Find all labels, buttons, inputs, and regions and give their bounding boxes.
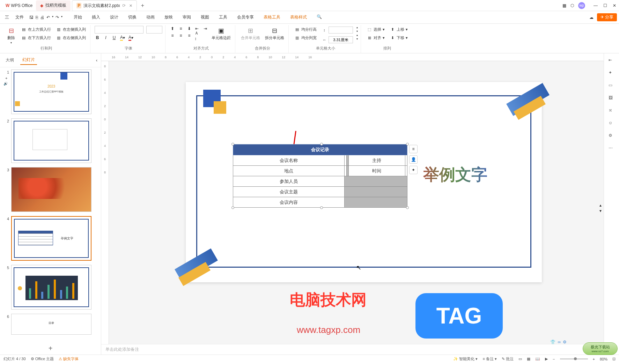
menu-view[interactable]: 视图: [196, 12, 214, 22]
tab-close[interactable]: ✕: [129, 3, 132, 8]
menu-transition[interactable]: 切换: [123, 12, 141, 22]
infinity-icon[interactable]: ∞: [558, 340, 561, 344]
merge-cells[interactable]: ⊞ 合并单元格: [240, 26, 261, 42]
user-avatar[interactable]: wp: [578, 2, 585, 9]
align-bottom[interactable]: ⬇: [186, 26, 192, 31]
thumbnail[interactable]: [11, 118, 91, 163]
zoom-slider[interactable]: [560, 358, 588, 359]
slide-counter[interactable]: 幻灯片 4 / 30: [3, 356, 26, 362]
tshirt-icon[interactable]: 👕: [550, 340, 555, 344]
add-slide-button[interactable]: +: [0, 342, 101, 355]
cell[interactable]: [344, 187, 407, 197]
cube-icon[interactable]: ⬡: [570, 3, 574, 8]
thumb-3[interactable]: 3: [3, 167, 97, 212]
meeting-table[interactable]: 会议记录 会议名称 主持 地点: [233, 144, 407, 208]
undo-icon[interactable]: ↶: [46, 15, 50, 20]
thumbnail[interactable]: 2023 工作总结汇报PPT模板: [11, 69, 91, 114]
collapse-panel[interactable]: ‹: [96, 58, 97, 63]
nav-down[interactable]: ▾: [599, 208, 602, 213]
thumb-5[interactable]: 5: [3, 265, 97, 310]
beautify-button[interactable]: ✨ 智能美化 ▾: [453, 356, 478, 362]
menu-slideshow[interactable]: 放映: [160, 12, 178, 22]
grid-icon[interactable]: ▦: [562, 3, 566, 8]
slide-canvas[interactable]: 会议记录 会议名称 主持 地点: [186, 82, 542, 282]
menu-tools[interactable]: 工具: [214, 12, 232, 22]
expand-icon[interactable]: ⇤: [609, 58, 615, 64]
layers-icon[interactable]: ≡: [409, 145, 418, 153]
file-menu[interactable]: 文件: [13, 13, 27, 22]
cell-label[interactable]: 会议主题: [233, 187, 345, 197]
move-down[interactable]: ⬇下移▾: [388, 34, 409, 41]
nav-up[interactable]: ▴: [599, 203, 602, 208]
cloud-icon[interactable]: ☁: [589, 15, 594, 20]
hamburger-menu[interactable]: 三: [2, 13, 12, 22]
thumbnail[interactable]: [11, 265, 91, 310]
align-middle[interactable]: ≡: [178, 26, 184, 31]
comments-toggle[interactable]: ✎ 批注: [502, 356, 514, 362]
magic-icon[interactable]: ✦: [409, 166, 418, 174]
missing-font[interactable]: ⚠ 缺失字体: [59, 356, 79, 362]
undo-dropdown-icon[interactable]: ▾: [52, 15, 53, 20]
menu-table-tools[interactable]: 表格工具: [259, 12, 285, 22]
spinner-up[interactable]: ▴: [356, 34, 358, 37]
col-width[interactable]: ↔: [320, 36, 354, 44]
close-button[interactable]: ✕: [613, 3, 616, 8]
row-height[interactable]: ↕: [320, 26, 354, 34]
resize-handle[interactable]: [320, 143, 323, 146]
cell-label[interactable]: 会议名称: [233, 155, 345, 166]
save-icon[interactable]: 🖫: [29, 15, 34, 20]
menu-start[interactable]: 开始: [69, 12, 87, 22]
menu-review[interactable]: 审阅: [178, 12, 196, 22]
person-icon[interactable]: 👤: [409, 155, 418, 164]
thumb-4[interactable]: 4 举例文字: [3, 216, 97, 261]
align-top[interactable]: ⬆: [170, 26, 175, 31]
thumbnail[interactable]: 举例文字: [11, 216, 91, 261]
zoom-in[interactable]: +: [593, 357, 595, 361]
gradient-text[interactable]: 举例文字: [423, 164, 487, 186]
table-title[interactable]: 会议记录: [233, 144, 407, 155]
thumbnail[interactable]: 目录: [11, 314, 91, 335]
tab-sync-icon[interactable]: ⟳: [122, 3, 126, 8]
insert-row-below[interactable]: ▤在下方插入行: [20, 34, 52, 41]
menu-design[interactable]: 设计: [105, 12, 123, 22]
notes-pane[interactable]: 单击此处添加备注: [101, 344, 604, 355]
gear-icon[interactable]: ⚙: [563, 340, 567, 344]
star-icon[interactable]: ✦: [609, 70, 615, 76]
shuffle-icon[interactable]: ⤭: [609, 108, 615, 114]
italic-button[interactable]: I: [103, 35, 109, 40]
highlight-button[interactable]: A▾: [120, 35, 125, 40]
share-button[interactable]: ✈ 分享: [597, 13, 617, 21]
notes-toggle[interactable]: ≡ 备注 ▾: [482, 356, 497, 362]
print-icon[interactable]: ⎘: [36, 15, 38, 20]
font-color-button[interactable]: A▾: [128, 35, 134, 40]
spinner-up[interactable]: ▴: [356, 26, 358, 29]
indent-increase[interactable]: ⇥: [202, 26, 208, 31]
underline-button[interactable]: U: [111, 35, 117, 40]
tab-outline[interactable]: 大纲: [3, 56, 16, 65]
menu-animation[interactable]: 动画: [141, 12, 160, 22]
font-family-combo[interactable]: [95, 26, 143, 34]
cell[interactable]: [344, 176, 407, 187]
select-button[interactable]: ⬚选择▾: [365, 26, 386, 33]
font-size-combo[interactable]: [146, 26, 162, 34]
view-reading[interactable]: 📖: [535, 357, 540, 361]
preview-icon[interactable]: 🖨: [40, 15, 44, 20]
cell[interactable]: [344, 197, 407, 208]
cell[interactable]: [405, 155, 407, 166]
insert-col-left[interactable]: ▥在左侧插入列: [54, 26, 87, 33]
view-normal[interactable]: ▭: [518, 357, 522, 361]
minimize-button[interactable]: —: [594, 3, 598, 8]
image-icon[interactable]: 🖼: [609, 95, 615, 102]
align-center[interactable]: ≡: [178, 33, 184, 38]
tools-icon[interactable]: ⚙: [609, 133, 615, 139]
insert-col-right[interactable]: ▥在右侧插入列: [54, 34, 87, 41]
maximize-button[interactable]: ☐: [603, 3, 607, 8]
cell-label[interactable]: 参加人员: [233, 176, 345, 187]
resize-handle[interactable]: [406, 143, 409, 146]
split-cells[interactable]: ⊟ 拆分单元格: [264, 26, 286, 42]
view-sorter[interactable]: ▦: [527, 357, 530, 361]
width-input[interactable]: [329, 36, 353, 43]
spinner-down[interactable]: ▾: [356, 30, 358, 33]
more-icon[interactable]: ⋯: [609, 146, 615, 152]
redo-icon[interactable]: ↷: [56, 15, 59, 20]
